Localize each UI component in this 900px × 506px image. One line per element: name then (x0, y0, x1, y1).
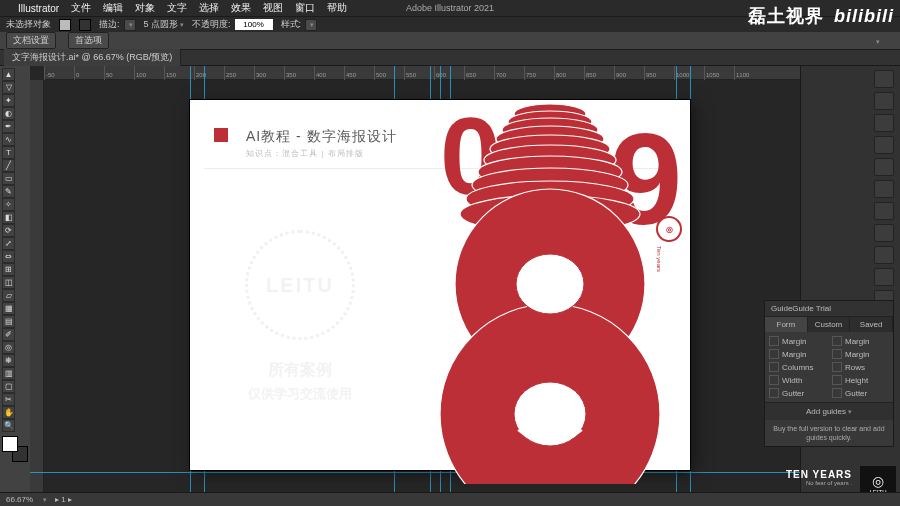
guideguide-panel[interactable]: GuideGuide Trial Form Custom Saved Margi… (764, 300, 894, 447)
width-tool[interactable]: ⇔ (2, 250, 15, 263)
guideguide-field[interactable]: Height (832, 375, 889, 385)
swatches-panel-icon[interactable] (874, 158, 894, 176)
menu-view[interactable]: 视图 (263, 1, 283, 15)
magic-wand-tool[interactable]: ✦ (2, 94, 15, 107)
guideguide-field[interactable]: Margin (769, 349, 826, 359)
field-label: Margin (845, 337, 869, 346)
symbols-panel-icon[interactable] (874, 202, 894, 220)
rectangle-tool[interactable]: ▭ (2, 172, 15, 185)
libraries-panel-icon[interactable] (874, 114, 894, 132)
menu-window[interactable]: 窗口 (295, 1, 315, 15)
field-label: Height (845, 376, 868, 385)
menu-effect[interactable]: 效果 (231, 1, 251, 15)
preferences-button[interactable]: 首选项 (68, 32, 109, 49)
menu-type[interactable]: 文字 (167, 1, 187, 15)
document-tab[interactable]: 文字海报设计.ai* @ 66.67% (RGB/预览) (4, 49, 181, 66)
layers-panel-icon[interactable] (874, 92, 894, 110)
eraser-tool[interactable]: ◧ (2, 211, 15, 224)
gradient-tool[interactable]: ▤ (2, 315, 15, 328)
perspective-tool[interactable]: ▱ (2, 289, 15, 302)
symbol-sprayer-tool[interactable]: ❋ (2, 354, 15, 367)
scale-tool[interactable]: ⤢ (2, 237, 15, 250)
ruler-tick: 650 (464, 66, 494, 80)
type-tool[interactable]: T (2, 146, 15, 159)
menu-edit[interactable]: 编辑 (103, 1, 123, 15)
slice-tool[interactable]: ✂ (2, 393, 15, 406)
free-transform-tool[interactable]: ⊞ (2, 263, 15, 276)
guideguide-field[interactable]: Columns (769, 362, 826, 372)
opacity-input[interactable] (235, 19, 273, 30)
guideguide-tab-custom[interactable]: Custom (808, 317, 851, 332)
gradient-panel-icon[interactable] (874, 246, 894, 264)
ruler-tick: -50 (44, 66, 74, 80)
guideguide-field[interactable]: Gutter (769, 388, 826, 398)
fill-swatch[interactable] (59, 19, 71, 31)
blend-tool[interactable]: ◎ (2, 341, 15, 354)
direct-selection-tool[interactable]: ▽ (2, 81, 15, 94)
guideguide-field[interactable]: Margin (832, 336, 889, 346)
brushes-panel-icon[interactable] (874, 180, 894, 198)
artboard-nav[interactable]: ▸ 1 ▸ (55, 495, 72, 504)
watermark-line2: 仅供学习交流使用 (235, 385, 365, 403)
opacity-group: 不透明度: (192, 18, 273, 31)
brush-preset[interactable]: 5 点圆形 (144, 18, 185, 31)
shape-builder-tool[interactable]: ◫ (2, 276, 15, 289)
guideguide-field[interactable]: Width (769, 375, 826, 385)
field-icon (769, 336, 779, 346)
field-icon (832, 336, 842, 346)
watermark: LEITU 所有案例 仅供学习交流使用 (235, 230, 365, 403)
field-label: Width (782, 376, 802, 385)
guideguide-field[interactable]: Margin (769, 336, 826, 346)
guideguide-add-guides-button[interactable]: Add guides (765, 402, 893, 420)
guideguide-field[interactable]: Gutter (832, 388, 889, 398)
selection-tool[interactable]: ▲ (2, 68, 15, 81)
rotate-tool[interactable]: ⟳ (2, 224, 15, 237)
document-setup-button[interactable]: 文档设置 (6, 32, 56, 49)
curvature-tool[interactable]: ∿ (2, 133, 15, 146)
pen-tool[interactable]: ✒ (2, 120, 15, 133)
shaper-tool[interactable]: ✧ (2, 198, 15, 211)
app-menu-name[interactable]: Illustrator (18, 3, 59, 14)
menu-help[interactable]: 帮助 (327, 1, 347, 15)
zoom-level[interactable]: 66.67% (6, 495, 33, 504)
line-tool[interactable]: ╱ (2, 159, 15, 172)
properties-panel-icon[interactable] (874, 70, 894, 88)
ruler-vertical[interactable] (30, 80, 44, 492)
stroke-weight-menu[interactable] (124, 19, 136, 31)
align-menu[interactable] (874, 36, 880, 46)
paintbrush-tool[interactable]: ✎ (2, 185, 15, 198)
guideguide-tab-saved[interactable]: Saved (850, 317, 893, 332)
zoom-menu[interactable] (41, 495, 47, 504)
fill-color[interactable] (2, 436, 18, 452)
column-graph-tool[interactable]: ▥ (2, 367, 15, 380)
artboard[interactable]: AI教程 - 数字海报设计 知识点：混合工具 | 布局排版 LEITU 所有案例… (190, 100, 690, 470)
lasso-tool[interactable]: ◐ (2, 107, 15, 120)
guideguide-tab-form[interactable]: Form (765, 317, 808, 332)
number-blend-artwork[interactable]: 0 9 (400, 94, 730, 484)
canvas[interactable]: -500501001502002503003504004505005506006… (30, 66, 800, 492)
fill-stroke-swatches[interactable] (2, 436, 28, 462)
mesh-tool[interactable]: ▦ (2, 302, 15, 315)
ruler-tick: 1100 (734, 66, 764, 80)
stroke-panel-icon[interactable] (874, 224, 894, 242)
hand-tool[interactable]: ✋ (2, 406, 15, 419)
stroke-label: 描边: (99, 18, 120, 31)
guideguide-field[interactable]: Rows (832, 362, 889, 372)
guideguide-title[interactable]: GuideGuide Trial (765, 301, 893, 317)
menu-object[interactable]: 对象 (135, 1, 155, 15)
menu-select[interactable]: 选择 (199, 1, 219, 15)
laurel-badge-icon: LEITU (245, 230, 355, 340)
eyedropper-tool[interactable]: ✐ (2, 328, 15, 341)
circle-badge-icon: ◎ (656, 216, 682, 242)
menu-file[interactable]: 文件 (71, 1, 91, 15)
transparency-panel-icon[interactable] (874, 268, 894, 286)
style-menu[interactable] (305, 19, 317, 31)
ruler-horizontal[interactable]: -500501001502002503003504004505005506006… (44, 66, 800, 80)
color-panel-icon[interactable] (874, 136, 894, 154)
zoom-tool[interactable]: 🔍 (2, 419, 15, 432)
status-bar: 66.67% ▸ 1 ▸ (0, 492, 900, 506)
guideguide-field[interactable]: Margin (832, 349, 889, 359)
stroke-swatch[interactable] (79, 19, 91, 31)
artboard-tool[interactable]: ▢ (2, 380, 15, 393)
ruler-tick: 450 (344, 66, 374, 80)
